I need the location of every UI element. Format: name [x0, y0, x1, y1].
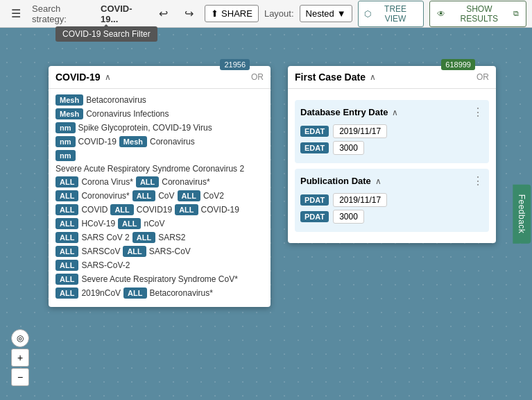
- table-row: nm Spike Glycoprotein, COVID-19 Virus: [55, 122, 264, 133]
- zoom-in-button[interactable]: +: [11, 349, 29, 367]
- table-row: ALL 2019nCoV ALL Betacoronavirus*: [55, 288, 264, 299]
- table-row: nm Severe Acute Respiratory Syndrome Cor…: [55, 150, 264, 174]
- pdat-tag-2: PDAT: [300, 211, 329, 222]
- tag-text: CoV: [158, 191, 174, 201]
- first-case-card-body: Database Entry Date ∧ ⋮ EDAT 2019/11/17 …: [288, 89, 496, 243]
- publication-date-title: Publication Date: [300, 176, 371, 186]
- all-tag: ALL: [55, 246, 78, 257]
- table-row: ALL Corona Virus* ALL Coronavirus*: [55, 176, 264, 188]
- table-row: ALL Coronovirus* ALL CoV ALL CoV2: [55, 190, 264, 201]
- all-tag: ALL: [178, 190, 200, 201]
- tag-text: SARS CoV 2: [81, 233, 129, 242]
- database-entry-header: Database Entry Date ∧ ⋮: [300, 106, 483, 119]
- tag-text: Betacoronavirus*: [150, 288, 213, 298]
- tag-text: Spike Glycoprotein, COVID-19 Virus: [78, 123, 212, 133]
- database-entry-menu[interactable]: ⋮: [472, 106, 483, 119]
- mesh-tag: Mesh: [119, 136, 147, 147]
- redo-icon: ↪: [185, 7, 194, 20]
- pdat-value-1: 2019/11/17: [333, 193, 387, 207]
- publication-date-header: Publication Date ∧ ⋮: [300, 174, 483, 188]
- pdat-value-2: 3000: [333, 210, 364, 224]
- tag-text: SARSCoV: [81, 247, 120, 256]
- covid-card-title: COVID-19: [55, 72, 101, 83]
- hamburger-icon: ☰: [11, 7, 21, 20]
- mesh-tag: Mesh: [55, 108, 83, 119]
- menu-button[interactable]: ☰: [6, 4, 26, 23]
- table-row: ALL Severe Acute Respiratory Syndrome Co…: [55, 274, 264, 285]
- undo-button[interactable]: ↩: [153, 4, 173, 23]
- all-tag: ALL: [123, 288, 146, 299]
- map-controls: ◎ + −: [11, 329, 29, 386]
- locate-button[interactable]: ◎: [11, 329, 29, 347]
- table-row: Mesh Betacoronavirus: [55, 94, 264, 106]
- table-row: ALL SARS CoV 2 ALL SARS2: [55, 232, 264, 243]
- covid-card-body: Mesh Betacoronavirus Mesh Coronavirus In…: [49, 89, 271, 307]
- tag-text: CoV2: [203, 191, 224, 201]
- tree-view-icon: ⬡: [364, 9, 371, 19]
- database-entry-collapse[interactable]: ∧: [392, 108, 398, 117]
- tag-text: SARS2: [158, 233, 185, 242]
- database-entry-title: Database Entry Date: [300, 107, 388, 117]
- covid-or-label: OR: [251, 72, 264, 82]
- search-strategy-value: COVID-19...: [101, 3, 148, 24]
- tag-text: nCoV: [144, 219, 164, 228]
- tree-view-button[interactable]: ⬡ TREE VIEW: [358, 1, 424, 27]
- tag-text: Coronovirus*: [81, 191, 129, 201]
- tag-text: Severe Acute Respiratory Syndrome Corona…: [55, 164, 244, 174]
- covid-collapse-button[interactable]: ∧: [105, 72, 111, 82]
- all-tag: ALL: [118, 218, 141, 229]
- tag-text: COVID-19: [201, 205, 239, 215]
- feedback-button[interactable]: Feedback: [513, 185, 531, 244]
- edat-row-1: EDAT 2019/11/17: [300, 124, 483, 138]
- tag-text: COVID-19: [78, 137, 117, 147]
- show-results-button[interactable]: 👁 SHOW RESULTS ⧉: [429, 1, 526, 27]
- all-tag: ALL: [175, 204, 198, 215]
- all-tag: ALL: [132, 190, 155, 201]
- toolbar: ☰ Search strategy: COVID-19... ↩ ↪ ⬆ SHA…: [0, 0, 532, 28]
- share-icon: ⬆: [211, 8, 218, 19]
- edat-row-2: EDAT 3000: [300, 141, 483, 155]
- tag-text: Coronavirus*: [162, 177, 209, 187]
- first-case-card-title: First Case Date: [295, 72, 366, 83]
- nm-tag: nm: [55, 122, 76, 133]
- all-tag: ALL: [55, 176, 78, 188]
- first-case-count-badge: 618999: [441, 59, 475, 70]
- edat-tag-2: EDAT: [300, 142, 329, 153]
- first-case-date-card: 618999 First Case Date ∧ OR Database Ent…: [288, 66, 496, 243]
- all-tag: ALL: [55, 288, 78, 299]
- first-case-collapse-button[interactable]: ∧: [370, 72, 376, 82]
- covid-card: 21956 COVID-19 ∧ OR Mesh Betacoronavirus…: [49, 66, 271, 307]
- tag-text: COVID19: [137, 205, 172, 215]
- tag-text: SARS-CoV-2: [81, 260, 130, 270]
- pdat-row-1: PDAT 2019/11/17: [300, 193, 483, 207]
- tag-text: Betacoronavirus: [86, 95, 146, 105]
- covid-count-badge: 21956: [220, 59, 250, 70]
- all-tag: ALL: [55, 232, 78, 243]
- all-tag: ALL: [55, 260, 78, 271]
- share-button[interactable]: ⬆ SHARE: [205, 5, 259, 22]
- all-tag: ALL: [55, 218, 78, 229]
- dropdown-icon: ▼: [337, 8, 346, 19]
- redo-button[interactable]: ↪: [179, 4, 199, 23]
- show-results-label: SHOW RESULTS: [448, 4, 510, 24]
- nested-layout-button[interactable]: Nested ▼: [300, 5, 352, 22]
- tree-view-label: TREE VIEW: [374, 4, 418, 24]
- pdat-row-2: PDAT 3000: [300, 210, 483, 224]
- tag-text: Coronavirus: [150, 137, 195, 147]
- publication-date-menu[interactable]: ⋮: [472, 174, 483, 188]
- all-tag: ALL: [55, 204, 78, 215]
- pdat-tag-1: PDAT: [300, 194, 329, 206]
- edat-value-2: 3000: [333, 141, 364, 155]
- search-strategy-label: Search strategy:: [32, 3, 95, 24]
- all-tag: ALL: [110, 204, 133, 215]
- tag-text: Severe Acute Respiratory Syndrome CoV*: [81, 274, 237, 284]
- all-tag: ALL: [123, 246, 146, 257]
- table-row: ALL HCoV-19 ALL nCoV: [55, 218, 264, 229]
- zoom-out-button[interactable]: −: [11, 368, 29, 386]
- publication-date-collapse[interactable]: ∧: [375, 176, 381, 186]
- tag-text: Coronavirus Infections: [86, 109, 169, 119]
- table-row: ALL SARS-CoV-2: [55, 260, 264, 271]
- external-link-icon: ⧉: [513, 9, 519, 18]
- tag-text: 2019nCoV: [81, 288, 121, 298]
- edat-value-1: 2019/11/17: [333, 124, 387, 138]
